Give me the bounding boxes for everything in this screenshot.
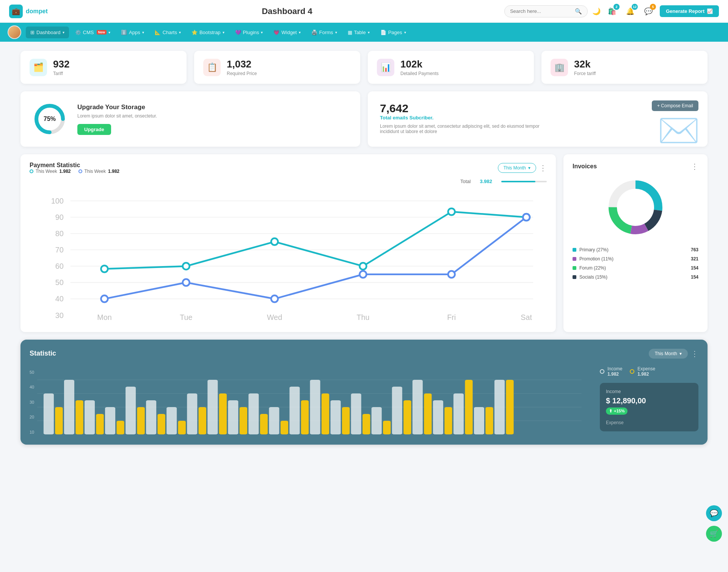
email-bg-icon: ✉️ [657, 111, 700, 147]
svg-rect-76 [240, 407, 247, 434]
expense-detail-label: Expense [606, 420, 692, 425]
promotion-count: 321 [691, 256, 698, 262]
chart-header: Payment Statistic This Week 1.982 This W… [30, 162, 547, 174]
nav-item-cms[interactable]: ⚙️ CMS New ▾ [71, 27, 115, 38]
svg-rect-68 [76, 400, 83, 434]
svg-rect-62 [413, 380, 423, 434]
nav-item-dashboard[interactable]: ⊞ Dashboard ▾ [26, 27, 69, 38]
legend-item-1: This Week 1.982 [30, 169, 71, 174]
chevron-down-icon: ▾ [528, 165, 530, 171]
svg-rect-65 [474, 407, 484, 434]
navbar: ⊞ Dashboard ▾ ⚙️ CMS New ▾ ℹ️ Apps ▾ 📐 C… [0, 23, 728, 42]
chevron-down-icon: ▾ [299, 30, 301, 34]
chevron-down-icon: ▾ [261, 30, 263, 34]
svg-point-31 [271, 295, 278, 302]
statistic-more-button[interactable]: ⋮ [691, 349, 698, 358]
svg-rect-84 [403, 400, 411, 434]
nav-item-pages[interactable]: 📄 Pages ▾ [376, 27, 411, 38]
logo-text: dompet [26, 8, 48, 15]
charts-row: Payment Statistic This Week 1.982 This W… [20, 154, 708, 332]
bar-chart-canvas [37, 366, 582, 436]
search-box[interactable]: 🔍 [504, 5, 588, 17]
middle-row: 75% Upgrade Your Storage Lorem ipsum dol… [20, 91, 708, 147]
logo: 💼 dompet [9, 5, 70, 18]
search-input[interactable] [510, 8, 572, 14]
svg-point-23 [101, 265, 108, 272]
bell-icon-btn[interactable]: 🔔 12 [623, 5, 637, 18]
nav-item-plugins[interactable]: 💜 Plugins ▾ [231, 27, 268, 38]
svg-text:80: 80 [55, 229, 64, 238]
nav-item-table[interactable]: ▦ Table ▾ [343, 27, 374, 38]
svg-text:60: 60 [55, 262, 64, 270]
compose-email-button[interactable]: + Compose Email [652, 100, 698, 111]
svg-rect-47 [105, 407, 115, 434]
nav-item-charts[interactable]: 📐 Charts ▾ [150, 27, 185, 38]
svg-text:70: 70 [55, 246, 64, 254]
svg-point-25 [271, 238, 278, 245]
generate-report-button[interactable]: Generate Report 📈 [660, 5, 719, 17]
plugins-icon: 💜 [235, 30, 241, 35]
income-change-badge: ⬆ +15% [606, 407, 628, 415]
nav-item-bootstrap[interactable]: ⭐ Bootstrap ▾ [187, 27, 229, 38]
nav-item-apps[interactable]: ℹ️ Apps ▾ [116, 27, 149, 38]
email-subscriber-count: 7,642 [380, 102, 695, 115]
statistic-period-button[interactable]: This Month ▾ [649, 349, 688, 359]
stat-card-info: 102k Detailed Payments [400, 58, 439, 76]
nav-item-forms[interactable]: 🖨️ Forms ▾ [307, 27, 342, 38]
chat-icon-btn[interactable]: 💬 5 [642, 5, 655, 18]
svg-point-26 [359, 263, 366, 270]
expense-item: Expense 1.982 [630, 366, 655, 377]
force-tariff-value: 32k [574, 58, 596, 70]
period-button[interactable]: This Month ▾ [498, 163, 536, 173]
svg-rect-54 [249, 393, 259, 434]
svg-rect-85 [424, 393, 431, 434]
more-options-button[interactable]: ⋮ [539, 163, 547, 172]
income-expense-row: Income 1.982 Expense 1.982 [600, 366, 698, 377]
tariff-icon: 🗂️ [30, 59, 47, 76]
svg-rect-48 [126, 387, 136, 434]
nav-avatar [8, 25, 21, 39]
email-subtitle: Total emails Subcriber. [380, 115, 695, 121]
svg-text:Wed: Wed [267, 313, 282, 321]
force-tariff-icon: 🏢 [551, 59, 568, 76]
chevron-down-icon: ▾ [368, 30, 370, 34]
statistic-section: Statistic This Month ▾ ⋮ 10 20 30 40 50 [20, 340, 708, 445]
storage-donut: 75% [33, 102, 67, 136]
main-content: 🗂️ 932 Tariff 📋 1,032 Required Price 📊 1… [11, 42, 717, 454]
storage-card: 75% Upgrade Your Storage Lorem ipsum dol… [20, 91, 360, 147]
legend-dot-teal [30, 169, 33, 173]
svg-text:Sat: Sat [521, 313, 532, 321]
bootstrap-icon: ⭐ [191, 30, 198, 35]
required-price-value: 1,032 [227, 58, 257, 70]
shopping-badge: 2 [613, 4, 620, 10]
statistic-body: 10 20 30 40 50 [30, 366, 698, 436]
legend-label-2: This Week [85, 169, 106, 174]
legend-value-1: 1.982 [59, 169, 71, 174]
statistic-header: Statistic This Month ▾ ⋮ [30, 349, 698, 359]
svg-rect-44 [44, 393, 54, 434]
invoices-more-button[interactable]: ⋮ [691, 162, 698, 171]
chart-title: Payment Statistic [30, 162, 119, 169]
chevron-down-icon: ▾ [179, 30, 181, 34]
svg-rect-74 [199, 407, 206, 434]
svg-text:50: 50 [55, 278, 64, 287]
svg-rect-61 [392, 387, 402, 434]
nav-item-widget[interactable]: 💗 Widget ▾ [269, 27, 305, 38]
svg-rect-72 [158, 414, 165, 434]
svg-rect-51 [187, 393, 198, 434]
svg-rect-57 [310, 380, 320, 434]
income-value: 1.982 [607, 371, 622, 377]
email-card: + Compose Email 7,642 Total emails Subcr… [368, 91, 708, 147]
shopping-icon-btn[interactable]: 🛍️ 2 [605, 5, 619, 18]
chevron-down-icon: ▾ [404, 30, 406, 34]
svg-rect-66 [494, 380, 505, 434]
line-chart: 100 90 80 70 60 50 40 30 Mon Tue Wed Thu… [30, 187, 547, 324]
svg-point-29 [101, 295, 108, 302]
svg-rect-53 [228, 400, 238, 434]
forum-count: 154 [691, 265, 698, 271]
dark-mode-toggle[interactable]: 🌙 [592, 7, 601, 16]
upgrade-button[interactable]: Upgrade [77, 124, 111, 135]
svg-rect-79 [301, 400, 309, 434]
income-detail-box: Income $ 12,890,00 ⬆ +15% Expense [600, 383, 698, 431]
email-description: Lorem ipsum dolor sit amet, consectetur … [380, 124, 554, 134]
